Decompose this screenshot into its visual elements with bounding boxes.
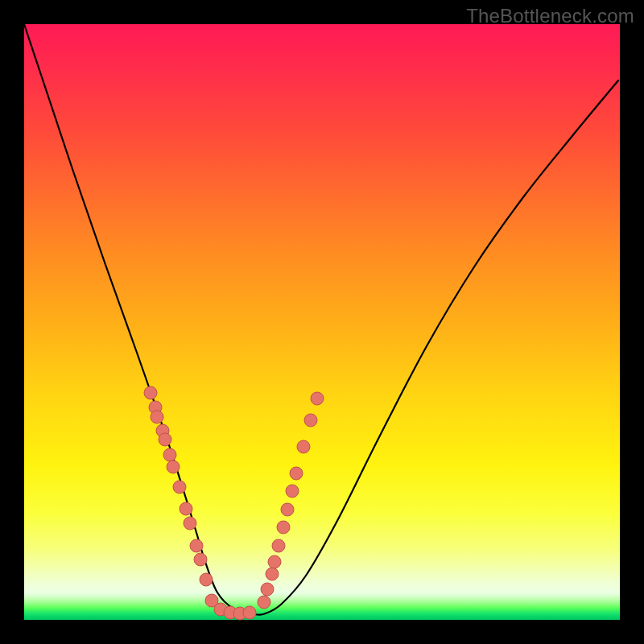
watermark-text: TheBottleneck.com (466, 5, 634, 27)
marker-dot (286, 485, 299, 497)
marker-dot (159, 433, 171, 446)
marker-dot (266, 568, 279, 580)
chart-plot-area (24, 24, 620, 620)
marker-dot (167, 460, 180, 473)
bottleneck-curve (24, 24, 618, 615)
marker-dot (184, 517, 196, 530)
marker-dot (268, 555, 281, 568)
marker-dots (144, 386, 324, 620)
marker-dot (194, 553, 207, 566)
marker-dot (190, 539, 203, 552)
marker-dot (311, 392, 324, 405)
marker-dot (144, 386, 157, 399)
marker-dot (297, 440, 310, 453)
marker-dot (272, 539, 285, 552)
marker-dot (200, 573, 213, 586)
marker-dot (304, 414, 317, 427)
marker-dot (290, 467, 303, 480)
chart-frame: TheBottleneck.com (0, 0, 644, 644)
marker-dot (151, 411, 163, 423)
marker-dot (261, 583, 274, 596)
marker-dot (180, 502, 192, 515)
marker-dot (243, 606, 256, 619)
marker-dot (281, 503, 294, 516)
marker-dot (163, 448, 176, 461)
marker-dot (173, 481, 186, 493)
marker-dot (277, 521, 290, 534)
marker-dot (258, 596, 270, 609)
chart-svg (24, 24, 620, 620)
